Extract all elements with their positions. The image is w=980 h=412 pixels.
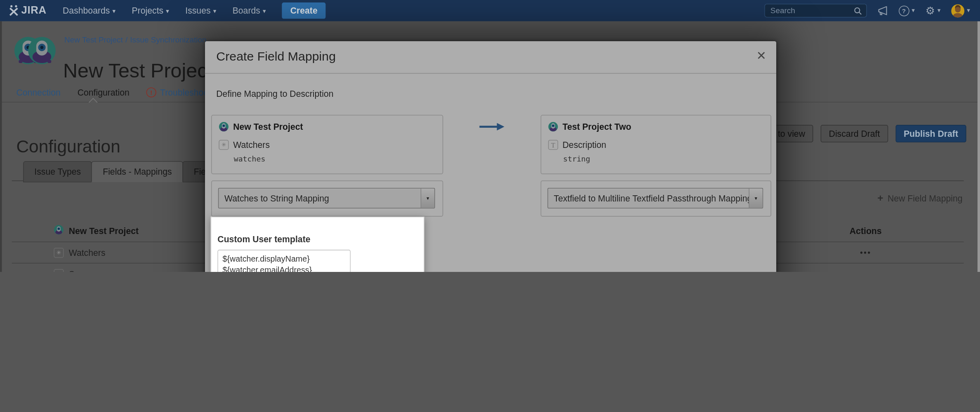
window-edge xyxy=(0,21,2,272)
search-icon xyxy=(853,7,862,15)
page-title: New Test Project xyxy=(63,60,213,83)
announcements-icon[interactable] xyxy=(877,6,888,15)
breadcrumb: New Test Project/Issue Synchronization xyxy=(64,35,206,44)
search-box xyxy=(764,4,867,17)
target-field-label: Description xyxy=(563,140,606,150)
active-tab-notch xyxy=(89,98,97,107)
application-root: New Test Project/Issue Synchronization N… xyxy=(0,0,980,272)
breadcrumb-project-link[interactable]: New Test Project xyxy=(64,35,123,44)
text-field-icon xyxy=(54,269,64,272)
settings-gear-icon[interactable] xyxy=(926,5,941,16)
draft-action-buttons: Back to view Discard Draft Publish Draft xyxy=(748,125,966,142)
source-field-label: Watchers xyxy=(233,140,270,150)
mapping-arrow-icon xyxy=(479,122,504,132)
dialog-title: Create Field Mapping xyxy=(216,49,336,64)
source-field-card: New Test Project Watchers watches xyxy=(211,115,443,174)
project-tabs: Connection Configuration Troubleshooting xyxy=(16,87,222,97)
subtab-fields-mappings[interactable]: Fields - Mappings xyxy=(92,161,183,183)
target-mapping-section: Textfield to Multiline Textfield Passthr… xyxy=(541,180,771,217)
target-field-card: Test Project Two Description string xyxy=(541,115,771,174)
breadcrumb-separator: / xyxy=(125,35,127,44)
search-input[interactable] xyxy=(769,6,854,16)
source-mapping-section: Watches to String Mapping xyxy=(211,180,443,217)
create-button[interactable]: Create xyxy=(282,2,325,19)
new-field-mapping-label: New Field Mapping xyxy=(888,194,963,204)
custom-template-popup: Custom User template ${watcher.displayNa… xyxy=(211,217,424,272)
source-project-name: New Test Project xyxy=(233,122,303,131)
jira-logo-text: JIRA xyxy=(21,5,47,17)
chevron-down-icon xyxy=(421,189,434,208)
row-actions-button[interactable]: ••• xyxy=(838,248,894,258)
jira-logo[interactable]: JIRA xyxy=(8,5,47,17)
template-textarea[interactable]: ${watcher.displayName} ${watcher.emailAd… xyxy=(217,250,351,272)
target-project-name: Test Project Two xyxy=(563,122,631,131)
target-mapping-select[interactable]: Textfield to Multiline Textfield Passthr… xyxy=(547,188,763,208)
top-nav: JIRA Dashboards Projects Issues Boards C… xyxy=(0,0,980,21)
dialog-header: Create Field Mapping ✕ xyxy=(205,41,776,74)
project-avatar xyxy=(14,36,56,68)
project-avatar-icon xyxy=(54,225,64,237)
new-field-mapping-link[interactable]: New Field Mapping xyxy=(877,193,962,204)
source-field-type: watches xyxy=(234,155,266,164)
user-avatar[interactable] xyxy=(951,4,970,17)
target-mapping-value: Textfield to Multiline Textfield Passthr… xyxy=(548,189,749,208)
jira-logo-icon xyxy=(8,5,19,16)
dialog-subtitle: Define Mapping to Description xyxy=(216,89,333,98)
tab-configuration[interactable]: Configuration xyxy=(78,87,130,97)
help-icon[interactable] xyxy=(898,5,914,16)
row-actions-button[interactable]: ••• xyxy=(838,269,894,272)
warning-icon xyxy=(146,87,156,97)
actions-column-header: Actions xyxy=(838,226,894,236)
field-label: Watchers xyxy=(69,248,106,258)
project-column-header: New Test Project xyxy=(69,226,139,236)
watchers-field-icon xyxy=(219,140,229,150)
project-avatar-icon xyxy=(219,122,229,131)
plus-icon xyxy=(877,193,883,204)
nav-dashboards[interactable]: Dashboards xyxy=(63,6,115,16)
field-label: Summary xyxy=(69,269,106,272)
close-icon[interactable]: ✕ xyxy=(755,49,768,63)
source-mapping-select[interactable]: Watches to String Mapping xyxy=(218,188,435,208)
publish-draft-button[interactable]: Publish Draft xyxy=(895,125,966,142)
project-avatar-icon xyxy=(548,122,558,131)
target-field-type: string xyxy=(563,155,590,164)
create-field-mapping-dialog: Create Field Mapping ✕ Define Mapping to… xyxy=(205,41,776,272)
breadcrumb-page-link[interactable]: Issue Synchronization xyxy=(130,35,206,44)
source-mapping-value: Watches to String Mapping xyxy=(219,189,420,208)
nav-projects[interactable]: Projects xyxy=(132,6,169,16)
text-field-icon xyxy=(548,140,558,150)
subtab-issue-types[interactable]: Issue Types xyxy=(23,161,92,183)
tab-connection[interactable]: Connection xyxy=(16,87,60,97)
configuration-heading: Configuration xyxy=(16,137,120,157)
watchers-field-icon xyxy=(54,248,64,258)
nav-boards[interactable]: Boards xyxy=(233,6,266,16)
discard-draft-button[interactable]: Discard Draft xyxy=(821,125,888,142)
chevron-down-icon xyxy=(749,189,762,208)
nav-issues[interactable]: Issues xyxy=(185,6,216,16)
popup-title: Custom User template xyxy=(217,234,310,244)
page-scrollbar[interactable] xyxy=(978,21,980,272)
